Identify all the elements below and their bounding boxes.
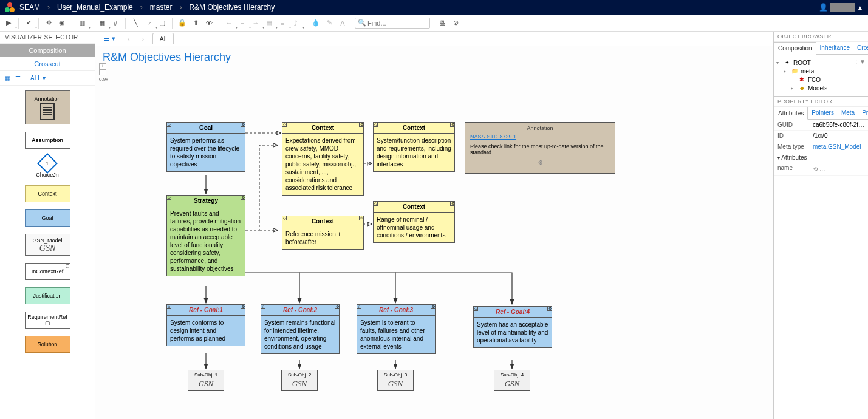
annotation-link[interactable]: NASA-STD-8729.1 xyxy=(470,134,516,140)
property-editor-header: PROPERTY EDITOR xyxy=(774,97,868,107)
prop-tab-meta[interactable]: Meta xyxy=(838,107,858,119)
eye-icon[interactable]: 👁 xyxy=(203,17,215,29)
tab-all[interactable]: All xyxy=(152,33,173,44)
tab-next-icon[interactable]: › xyxy=(138,33,148,44)
canvas-area: ☰ ▾ ‹ › All R&M Objectives Hierarchy + −… xyxy=(95,32,773,419)
filter-all[interactable]: ALL ▾ xyxy=(30,75,46,81)
text-icon[interactable]: A xyxy=(337,17,349,29)
reset-icon[interactable]: ⟲ xyxy=(813,166,818,172)
node-subobj-1[interactable]: Sub-Obj. 1GSN xyxy=(188,370,224,391)
node-subobj-2[interactable]: Sub-Obj. 2GSN xyxy=(281,370,318,391)
tree-models[interactable]: ▸◆Models xyxy=(791,84,866,92)
palette-context[interactable]: Context xyxy=(25,185,70,202)
node-refgoal-4[interactable]: ◇⚙ Ref - Goal:4 System has an acceptable… xyxy=(473,306,552,348)
browser-tab-inheritance[interactable]: Inheritance xyxy=(816,42,853,54)
breadcrumb-branch[interactable]: master xyxy=(150,3,173,12)
play-button[interactable]: ▶ xyxy=(2,17,15,29)
move-icon[interactable]: ✥ xyxy=(43,17,55,29)
breadcrumb-node[interactable]: R&M Objectives Hierarchy xyxy=(189,3,275,12)
line-icon[interactable]: ╲ xyxy=(129,17,142,29)
fco-icon: ✱ xyxy=(798,76,805,83)
check-button[interactable]: ✔ xyxy=(22,17,35,29)
hash-icon[interactable]: # xyxy=(109,17,121,29)
list-view-icon[interactable]: ☰ xyxy=(15,75,21,81)
find-input[interactable] xyxy=(366,18,427,28)
zoom-level: 0.9x xyxy=(99,77,108,82)
palette-gsnmodel[interactable]: GSN_Model GSN xyxy=(25,234,70,256)
connector-icon[interactable]: ⟋ xyxy=(143,17,155,29)
palette-solution[interactable]: Solution xyxy=(25,336,70,353)
breadcrumb-app[interactable]: SEAM xyxy=(19,3,40,12)
zoom-out-button[interactable]: − xyxy=(99,69,106,75)
node-strategy[interactable]: ◇⚙ Strategy Prevent faults and failures,… xyxy=(166,195,245,276)
node-subobj-3[interactable]: Sub-Obj. 3GSN xyxy=(377,370,414,391)
tab-composition[interactable]: Composition xyxy=(0,44,95,57)
grid-icon[interactable]: ▦ xyxy=(96,17,108,29)
node-refgoal-3[interactable]: ◇⚙ Ref - Goal:3 System is tolerant to fa… xyxy=(357,304,436,354)
node-context-2[interactable]: ◇⚙ Context System/function description a… xyxy=(373,122,455,172)
target-icon[interactable]: ◉ xyxy=(56,17,68,29)
redo-icon[interactable]: → xyxy=(250,17,262,29)
palette-goal[interactable]: Goal xyxy=(25,210,70,227)
folder-icon: 📁 xyxy=(791,67,798,75)
node-annotation[interactable]: Annotation NASA-STD-8729.1 Please check … xyxy=(465,122,615,174)
unlock-icon[interactable]: ⬆ xyxy=(190,17,202,29)
header-right: 👤 ▲ xyxy=(819,3,863,12)
node-subobj-4[interactable]: Sub-Obj. 4GSN xyxy=(494,370,530,391)
prop-id: ID /1/x/0 xyxy=(774,131,868,141)
tab-prev-icon[interactable]: ‹ xyxy=(124,33,134,44)
node-context-3[interactable]: ◇⚙ Context Reference mission + before/af… xyxy=(282,216,364,250)
toolbar: ▶ ✔ ✥ ◉ ▥ ▦ # ╲ ⟋ ▢ 🔒 ⬆ 👁 ← − → ▤ ≡ ⤴ 💧 … xyxy=(0,15,868,32)
node-refgoal-1[interactable]: ◇⚙ Ref - Goal:1 System conforms to desig… xyxy=(166,304,245,346)
undo-icon[interactable]: ← xyxy=(223,17,235,29)
browser-tab-crosscut[interactable]: Crosscut xyxy=(853,42,868,54)
breadcrumb-sep-icon: › xyxy=(179,3,182,12)
node-goal[interactable]: ◇⚙ Goal System performs as required over… xyxy=(166,122,245,172)
zoom-in-button[interactable]: + xyxy=(99,63,106,69)
palette-requirementref[interactable]: RequirementRef▢ xyxy=(25,312,70,329)
attributes-section-header[interactable]: Attributes xyxy=(774,152,868,163)
palette: Annotation Assumption 1 ChoiceJn Context… xyxy=(0,86,95,419)
tree-collapse-icon[interactable]: ↕ xyxy=(855,58,858,65)
breadcrumb-project[interactable]: User_Manual_Example xyxy=(57,3,133,12)
browser-tab-composition[interactable]: Composition xyxy=(774,42,816,55)
node-context-4[interactable]: ◇⚙ Context Range of nominal / offnominal… xyxy=(373,201,455,243)
tree-meta[interactable]: ▸📁meta xyxy=(784,67,866,75)
layers-icon[interactable]: ▤ xyxy=(263,17,275,29)
minus-icon[interactable]: − xyxy=(236,17,248,29)
prop-tab-pointers[interactable]: Pointers xyxy=(808,107,838,119)
align-icon[interactable]: ≡ xyxy=(276,17,289,29)
tree-fco[interactable]: ✱FCO xyxy=(791,75,866,84)
tree-root[interactable]: ▾✦ROOT xyxy=(776,58,855,67)
prop-tab-preferences[interactable]: Preferences xyxy=(858,107,868,119)
palette-justification[interactable]: Justification xyxy=(25,287,70,304)
palette-annotation[interactable]: Annotation xyxy=(25,90,70,124)
prop-tab-attributes[interactable]: Attributes xyxy=(774,107,808,120)
tree-filter-icon[interactable]: ▼ xyxy=(859,58,866,65)
metatype-link[interactable]: meta.GSN_Model xyxy=(810,141,868,152)
grid-view-icon[interactable]: ▦ xyxy=(5,75,10,81)
print-icon[interactable]: 🖶 xyxy=(436,17,448,29)
drop-icon[interactable]: 💧 xyxy=(310,17,322,29)
diagram-canvas[interactable]: ◇⚙ Goal System performs as required over… xyxy=(95,66,773,419)
box-icon[interactable]: ▢ xyxy=(156,17,168,29)
node-context-1[interactable]: ◇⚙ Context Expectations derived from cre… xyxy=(282,122,364,196)
lock-icon[interactable]: 🔒 xyxy=(176,17,188,29)
user-menu[interactable] xyxy=(830,3,855,12)
palette-assumption[interactable]: Assumption xyxy=(25,132,70,149)
cancel-icon[interactable]: ⊘ xyxy=(449,17,462,29)
tab-list-icon[interactable]: ☰ ▾ xyxy=(100,33,119,44)
user-icon[interactable]: 👤 xyxy=(819,3,828,12)
route-icon[interactable]: ⤴ xyxy=(290,17,302,29)
gear-icon[interactable]: ⚙ xyxy=(470,159,610,166)
app-header: SEAM › User_Manual_Example › master › R&… xyxy=(0,0,868,15)
columns-icon[interactable]: ▥ xyxy=(76,17,88,29)
node-refgoal-2[interactable]: ◇⚙ Ref - Goal:2 System remains functiona… xyxy=(261,304,340,354)
root-icon: ✦ xyxy=(784,59,791,66)
tab-crosscut[interactable]: Crosscut xyxy=(0,57,95,70)
palette-incontextref[interactable]: InContextRef▢ xyxy=(25,263,70,280)
notification-icon[interactable]: ▲ xyxy=(857,4,863,11)
palette-choicejn[interactable]: 1 ChoiceJn xyxy=(36,156,59,178)
name-input[interactable] xyxy=(819,165,868,174)
pen-icon[interactable]: ✎ xyxy=(323,17,335,29)
